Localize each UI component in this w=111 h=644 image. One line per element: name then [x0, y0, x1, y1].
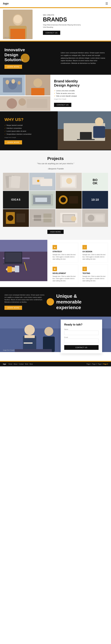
- why-check-4: Suspendisse interdum consectetur: [5, 133, 53, 135]
- hero-cta-button[interactable]: CONTACT US: [43, 31, 60, 35]
- testing-icon: ◎: [82, 267, 87, 271]
- time-label: 10:10: [91, 198, 99, 202]
- brand-check-2: Tortor at auctor urna nunc: [54, 92, 107, 94]
- unique-circle-wrap: [46, 298, 55, 306]
- project-img-2: [29, 173, 55, 190]
- services-section: ◈ STRATEGY Sample text. Click to select …: [0, 240, 111, 287]
- unique-cta-button[interactable]: LEARN MORE: [5, 306, 22, 310]
- development-body: Sample text. Click to select the text bo…: [53, 275, 76, 282]
- development-icon: ◉: [53, 267, 57, 271]
- project-img-11: [56, 209, 82, 227]
- footer-page-3[interactable]: Page 3: [98, 363, 102, 365]
- hero-image-label: Image from Freepik: [4, 36, 14, 38]
- svg-point-37: [66, 178, 72, 184]
- projects-quote: "You can do anything you set your mind t…: [3, 162, 108, 165]
- why-title: WHY US?: [5, 117, 53, 122]
- svg-point-9: [6, 80, 9, 84]
- footer-pages: Page 1 Page 2 Page 3 Page 5: [87, 363, 108, 365]
- email-label: Email: [64, 336, 98, 338]
- view-more-button[interactable]: VIEW MORE: [47, 230, 63, 234]
- project-cell-5: IDEAS: [3, 191, 29, 209]
- svg-point-17: [19, 98, 26, 106]
- brand-check-3: Odio ut enim blandit volutpat: [54, 95, 107, 97]
- why-image-label: Image from Freepik: [5, 137, 53, 138]
- book-label2: OK: [93, 182, 97, 185]
- project-cell-12: [82, 209, 108, 227]
- footer-page-active[interactable]: Page 5: [103, 363, 108, 365]
- hero-subtitle: Virga Maecenasnasut Aeneanate Aliquing A…: [43, 24, 84, 28]
- testing-title: TESTING: [82, 272, 106, 274]
- footer-page-1[interactable]: Page 1: [87, 363, 91, 365]
- svg-point-4: [14, 15, 22, 23]
- hero-person-svg: [3, 10, 33, 39]
- svg-point-61: [88, 215, 94, 221]
- brand-images-grid: [0, 75, 50, 111]
- name-input[interactable]: [64, 331, 98, 335]
- svg-point-10: [12, 79, 15, 84]
- footer-link-about[interactable]: About: [14, 363, 18, 365]
- why-check-3: Lorem ipsum dolor sit amet: [5, 130, 53, 132]
- svg-rect-25: [77, 139, 95, 140]
- project-img-9: [3, 209, 29, 227]
- footer-link-home[interactable]: Home: [9, 363, 13, 365]
- logo[interactable]: logo: [3, 2, 9, 5]
- email-input[interactable]: [64, 338, 98, 343]
- svg-point-78: [44, 327, 53, 336]
- ready-form-title: Ready to talk?: [64, 323, 98, 326]
- footer: logo Home About Contact Work More Page 1…: [0, 362, 111, 366]
- svg-rect-71: [15, 266, 19, 272]
- brand-img-svg-3: [0, 96, 50, 111]
- why-check-1: Neque laoreet suscipit: [5, 124, 53, 126]
- service-card-uxdesign: ◇ UX DESIGN Sample text. Click to select…: [80, 243, 108, 262]
- project-cell-4: BO OK: [82, 173, 108, 190]
- why-cta-button[interactable]: LEARN MORE: [5, 140, 22, 144]
- service-card-testing: ◎ TESTING Sample text. Click to select t…: [80, 264, 108, 284]
- svg-point-16: [7, 98, 17, 109]
- brand-img-3: [0, 96, 50, 111]
- project-img-10: [29, 209, 55, 227]
- svg-rect-77: [24, 335, 35, 338]
- svg-rect-18: [27, 99, 47, 108]
- brand-content: Brand IdentityDesign Agency Lectus urna …: [50, 75, 111, 111]
- brand-cta-button[interactable]: CONTACT US: [54, 103, 71, 107]
- project-cell-9: [3, 209, 29, 227]
- projects-title: Projects: [3, 156, 108, 161]
- svg-rect-41: [35, 198, 47, 202]
- innovative-section: InnovativeDesignSolutions LEARN MORE Lib…: [0, 42, 111, 75]
- hero-image-wrap: Image from Freepik: [3, 10, 39, 39]
- services-cards: ◈ STRATEGY Sample text. Click to select …: [47, 240, 111, 287]
- why-image-right: [58, 111, 111, 150]
- footer-link-contact[interactable]: Contact: [19, 363, 24, 365]
- svg-rect-29: [11, 176, 21, 188]
- ready-image-label: Image from Freepik: [3, 350, 15, 351]
- brand-img-1: [0, 75, 25, 96]
- project-cell-10: [29, 209, 55, 227]
- svg-point-13: [33, 78, 42, 87]
- project-cell-1: [3, 173, 29, 190]
- footer-page-2[interactable]: Page 2: [92, 363, 97, 365]
- ready-cta-button[interactable]: CONTACT US: [64, 345, 98, 350]
- project-cell-6: [29, 191, 55, 209]
- svg-point-22: [95, 118, 103, 126]
- footer-logo: logo: [3, 363, 6, 365]
- brand-title: Brand IdentityDesign Agency: [54, 79, 107, 88]
- footer-link-work[interactable]: Work: [25, 363, 28, 365]
- why-image-svg: [58, 111, 111, 150]
- uxdesign-icon: ◇: [82, 245, 87, 250]
- unique-body: Libero nunc consequat interdum varius. O…: [5, 294, 46, 303]
- hero-person-photo: [3, 10, 33, 39]
- services-image-svg: [0, 240, 47, 281]
- brand-img-svg-1: [0, 75, 25, 96]
- svg-rect-53: [32, 218, 53, 218]
- innovative-cta-button[interactable]: LEARN MORE: [5, 65, 22, 69]
- navbar: logo ☰: [0, 0, 111, 7]
- hamburger-icon[interactable]: ☰: [105, 2, 108, 5]
- unique-title: Unique &memorableexperience: [56, 293, 106, 310]
- svg-point-44: [61, 197, 66, 202]
- brand-check-1: Lectus urna duis convallis: [54, 90, 107, 92]
- footer-link-more[interactable]: More: [30, 363, 33, 365]
- brand-img-svg-2: [25, 75, 50, 96]
- project-cell-3: [56, 173, 82, 190]
- project-img-7: [56, 191, 82, 209]
- innovative-circle: [21, 54, 30, 62]
